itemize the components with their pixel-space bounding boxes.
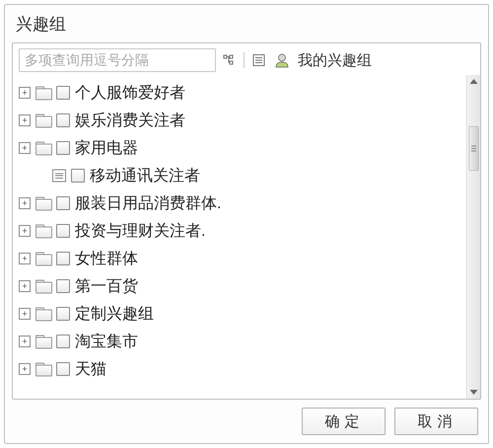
interest-group-dialog: 兴趣组 [4,4,489,444]
cancel-button[interactable]: 取消 [394,408,478,435]
tree-item-label[interactable]: 淘宝集市 [75,331,138,352]
list-view-icon[interactable] [250,52,267,69]
folder-icon [35,114,52,127]
tree-item: +个人服饰爱好者 [19,79,464,107]
dialog-footer: 确定 取消 [12,400,481,436]
svg-point-7 [279,54,285,61]
expander-placeholder [19,170,31,182]
scroll-track[interactable] [467,87,480,387]
expand-icon[interactable]: + [19,253,31,264]
tree-item: +投资与理财关注者. [19,217,464,245]
tree-list: +个人服饰爱好者+娱乐消费关注者+家用电器移动通讯关注者+服装日用品消费群体.+… [13,75,466,399]
vertical-scrollbar[interactable] [466,75,480,399]
tree-item: +服装日用品消费群体. [19,189,464,217]
tree-item: +淘宝集市 [19,328,464,355]
folder-icon [35,252,52,265]
tree-item-label[interactable]: 天猫 [75,358,106,380]
tree-item-label[interactable]: 投资与理财关注者. [75,220,206,242]
tree-checkbox[interactable] [71,169,85,183]
folder-icon [35,280,52,293]
scroll-up-arrow[interactable] [470,79,478,84]
tree-item: 移动通讯关注者 [19,162,464,189]
my-interest-groups-link[interactable]: 我的兴趣组 [298,50,372,71]
folder-icon [35,335,52,348]
folder-icon [35,224,52,237]
tree-item: +天猫 [19,355,464,383]
tree-item: +第一百货 [19,272,464,300]
tree-checkbox[interactable] [56,141,70,155]
tree-item: +娱乐消费关注者 [19,107,464,134]
expand-icon[interactable]: + [19,87,31,99]
expand-icon[interactable]: + [19,308,31,320]
tree-checkbox[interactable] [56,196,70,210]
toolbar: 我的兴趣组 [13,43,480,75]
toolbar-separator [244,52,245,68]
document-icon [52,169,66,182]
tree-checkbox[interactable] [56,335,70,348]
tree-checkbox[interactable] [56,252,70,265]
tree-item-label[interactable]: 第一百货 [75,275,138,297]
folder-icon [35,197,52,210]
dialog-title: 兴趣组 [16,13,479,36]
inner-panel: 我的兴趣组 +个人服饰爱好者+娱乐消费关注者+家用电器移动通讯关注者+服装日用品… [12,42,481,400]
expand-icon[interactable]: + [19,142,31,154]
tree-view-icon[interactable] [221,52,238,69]
tree-checkbox[interactable] [56,279,70,293]
tree-checkbox[interactable] [56,362,70,376]
scroll-thumb[interactable] [469,126,479,171]
svg-rect-2 [230,61,233,64]
svg-rect-1 [230,55,233,58]
tree-item-label[interactable]: 家用电器 [75,137,138,159]
tree-container: +个人服饰爱好者+娱乐消费关注者+家用电器移动通讯关注者+服装日用品消费群体.+… [13,75,480,399]
expand-icon[interactable]: + [19,197,31,209]
svg-rect-0 [224,55,227,58]
search-input[interactable] [19,48,216,72]
tree-checkbox[interactable] [56,86,70,100]
scroll-down-arrow[interactable] [470,390,478,395]
folder-icon [35,142,52,154]
tree-item-label[interactable]: 个人服饰爱好者 [75,82,185,104]
tree-checkbox[interactable] [56,224,70,238]
expand-icon[interactable]: + [19,363,31,375]
expand-icon[interactable]: + [19,114,31,126]
expand-icon[interactable]: + [19,336,31,347]
person-icon [274,52,290,68]
expand-icon[interactable]: + [19,225,31,237]
tree-item: +定制兴趣组 [19,300,464,328]
tree-item-label[interactable]: 娱乐消费关注者 [75,110,185,131]
ok-button[interactable]: 确定 [302,408,386,435]
expand-icon[interactable]: + [19,280,31,292]
tree-item-label[interactable]: 移动通讯关注者 [90,165,200,187]
tree-item-label[interactable]: 服装日用品消费群体. [75,192,221,214]
tree-item: +家用电器 [19,134,464,162]
tree-item-label[interactable]: 女性群体 [75,248,138,269]
folder-icon [35,363,52,375]
tree-item: +女性群体 [19,245,464,272]
folder-icon [35,307,52,320]
tree-item-label[interactable]: 定制兴趣组 [75,303,154,325]
folder-icon [35,86,52,99]
tree-checkbox[interactable] [56,113,70,127]
tree-checkbox[interactable] [56,307,70,321]
